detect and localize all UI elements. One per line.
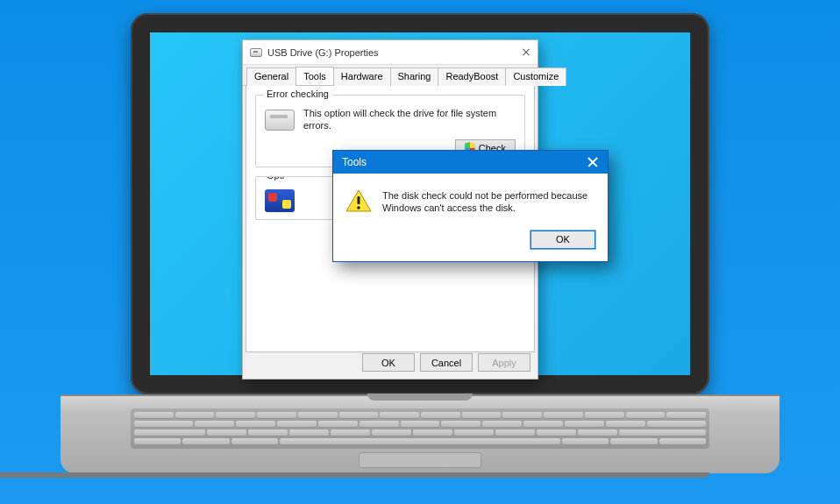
trackpad bbox=[359, 452, 481, 468]
cancel-button[interactable]: Cancel bbox=[420, 353, 473, 372]
window-titlebar[interactable]: USB Drive (G:) Properties bbox=[243, 40, 537, 65]
properties-footer: OK Cancel Apply bbox=[362, 353, 530, 372]
tab-readyboost[interactable]: ReadyBoost bbox=[438, 67, 506, 86]
dialog-title: Tools bbox=[342, 156, 367, 168]
close-icon[interactable] bbox=[522, 48, 530, 57]
error-dialog: Tools The disk check could not be perfor… bbox=[332, 150, 609, 262]
dialog-footer: OK bbox=[333, 224, 608, 261]
error-checking-label: Error checking bbox=[263, 89, 332, 99]
dialog-close-icon[interactable] bbox=[587, 156, 599, 168]
laptop-base bbox=[61, 394, 779, 473]
apply-button[interactable]: Apply bbox=[478, 353, 530, 372]
ok-button[interactable]: OK bbox=[362, 353, 415, 372]
tab-sharing[interactable]: Sharing bbox=[390, 67, 439, 86]
error-checking-description: This option will check the drive for fil… bbox=[303, 108, 516, 132]
desktop: USB Drive (G:) Properties General Tools … bbox=[150, 32, 690, 375]
tab-strip: General Tools Hardware Sharing ReadyBoos… bbox=[243, 67, 537, 86]
dialog-ok-button[interactable]: OK bbox=[530, 231, 595, 249]
tab-customize[interactable]: Customize bbox=[505, 67, 566, 86]
dialog-titlebar[interactable]: Tools bbox=[333, 151, 608, 174]
tab-hardware[interactable]: Hardware bbox=[333, 67, 391, 86]
dialog-body: The disk check could not be performed be… bbox=[333, 174, 608, 224]
dialog-message: The disk check could not be performed be… bbox=[382, 189, 595, 215]
optimize-label-truncated: Opti bbox=[263, 176, 288, 181]
laptop-frame: USB Drive (G:) Properties General Tools … bbox=[131, 13, 709, 473]
tab-general[interactable]: General bbox=[246, 67, 296, 86]
tab-tools[interactable]: Tools bbox=[295, 67, 334, 85]
svg-rect-1 bbox=[358, 196, 360, 204]
window-title: USB Drive (G:) Properties bbox=[267, 47, 379, 58]
keyboard bbox=[131, 408, 709, 449]
svg-point-2 bbox=[357, 206, 360, 209]
drive-check-icon bbox=[265, 110, 295, 131]
screen-bezel: USB Drive (G:) Properties General Tools … bbox=[131, 13, 709, 394]
warning-icon bbox=[345, 189, 372, 212]
drive-icon bbox=[250, 48, 262, 57]
optimize-icon bbox=[265, 189, 295, 212]
